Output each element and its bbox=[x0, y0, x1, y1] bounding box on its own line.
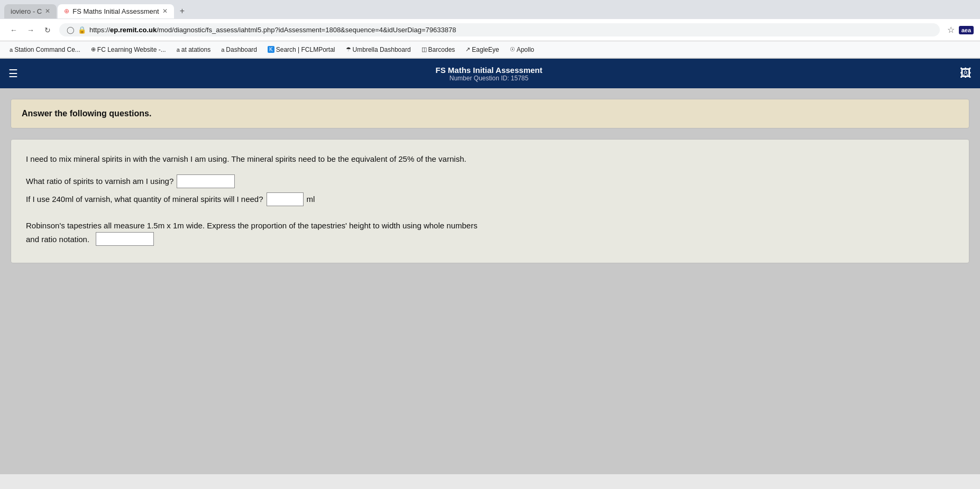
tab-inactive-close[interactable]: ✕ bbox=[45, 7, 50, 15]
back-button[interactable]: ← bbox=[6, 23, 21, 38]
umbrella-icon: ☂ bbox=[346, 46, 351, 53]
app-header-right: 🖼 bbox=[960, 67, 972, 80]
bookmark-apollo-label: Apollo bbox=[517, 46, 534, 53]
tapestry-ratio-input[interactable] bbox=[96, 232, 154, 246]
browser-chrome: ioviero - C ✕ ⊕ FS Maths Initial Assessm… bbox=[0, 0, 980, 59]
address-bar: ← → ↻ ◯ 🔒 https://ep.remit.co.uk/mod/dia… bbox=[0, 19, 980, 41]
nav-buttons: ← → ↻ bbox=[6, 23, 55, 38]
app-subtitle: Number Question ID: 15785 bbox=[435, 75, 542, 82]
app-title: FS Maths Initial Assessment bbox=[435, 66, 542, 75]
instruction-text: Answer the following questions. bbox=[22, 109, 151, 118]
tab-bar: ioviero - C ✕ ⊕ FS Maths Initial Assessm… bbox=[0, 0, 980, 19]
bookmark-at-atations-label: at atations bbox=[181, 46, 210, 53]
bookmark-barcodes[interactable]: ◫ Barcodes bbox=[417, 45, 460, 54]
quantity-answer-input[interactable] bbox=[267, 192, 304, 206]
bookmark-search-fclm[interactable]: K Search | FCLMPortal bbox=[263, 45, 340, 54]
bookmark-station-command-label: Station Command Ce... bbox=[14, 46, 80, 53]
main-content: Answer the following questions. I need t… bbox=[0, 88, 980, 474]
tab-active[interactable]: ⊕ FS Maths Initial Assessment ✕ bbox=[58, 4, 173, 19]
hamburger-menu[interactable]: ☰ bbox=[8, 67, 18, 80]
at-atations-icon: a bbox=[177, 47, 180, 53]
bookmark-umbrella-dashboard[interactable]: ☂ Umbrella Dashboard bbox=[342, 45, 415, 54]
bookmark-eagleeye-label: EagleEye bbox=[472, 46, 499, 53]
url-bar[interactable]: ◯ 🔒 https://ep.remit.co.uk/mod/diagnosti… bbox=[59, 23, 940, 36]
search-fclm-icon: K bbox=[268, 46, 274, 53]
bookmark-star[interactable]: ☆ bbox=[947, 25, 955, 35]
bookmark-search-fclm-label: Search | FCLMPortal bbox=[276, 46, 335, 53]
fc-learning-icon: ⊕ bbox=[91, 46, 96, 53]
eagleeye-icon: ↗ bbox=[465, 46, 470, 53]
question2-paragraph-suffix: and ratio notation. bbox=[26, 235, 89, 244]
dashboard-icon: a bbox=[221, 47, 224, 53]
bookmark-dashboard[interactable]: a Dashboard bbox=[217, 45, 261, 54]
app-header-center: FS Maths Initial Assessment Number Quest… bbox=[435, 66, 542, 82]
barcodes-icon: ◫ bbox=[422, 46, 427, 53]
question2-text: Robinson's tapestries all measure 1.5m x… bbox=[26, 219, 954, 233]
refresh-button[interactable]: ↻ bbox=[40, 23, 55, 38]
bookmark-apollo[interactable]: ☉ Apollo bbox=[506, 45, 538, 54]
url-text: https://ep.remit.co.uk/mod/diagnostic/fs… bbox=[89, 26, 456, 34]
tab-active-label: FS Maths Initial Assessment bbox=[72, 7, 159, 15]
instruction-box: Answer the following questions. bbox=[11, 99, 969, 128]
station-command-icon: a bbox=[10, 47, 13, 53]
unit-label: ml bbox=[307, 195, 315, 204]
app-header-left: ☰ bbox=[8, 67, 18, 80]
question2-paragraph-prefix: Robinson's tapestries all measure 1.5m x… bbox=[26, 221, 478, 230]
bookmark-fc-learning[interactable]: ⊕ FC Learning Website -... bbox=[87, 45, 170, 54]
bookmark-umbrella-label: Umbrella Dashboard bbox=[353, 46, 411, 53]
bookmark-barcodes-label: Barcodes bbox=[428, 46, 455, 53]
apollo-icon: ☉ bbox=[510, 46, 515, 53]
question1-line1-prefix: What ratio of spirits to varnish am I us… bbox=[26, 177, 173, 186]
bookmark-station-command[interactable]: a Station Command Ce... bbox=[5, 45, 85, 54]
question1-text: I need to mix mineral spirits in with th… bbox=[26, 154, 466, 163]
question1-line2-prefix: If I use 240ml of varnish, what quantity… bbox=[26, 195, 263, 204]
bookmarks-bar: a Station Command Ce... ⊕ FC Learning We… bbox=[0, 41, 980, 58]
bookmark-at-atations[interactable]: a at atations bbox=[172, 45, 215, 54]
monitor-icon: 🖼 bbox=[960, 67, 972, 80]
url-domain: ep.remit.co.uk bbox=[110, 26, 157, 34]
app-header: ☰ FS Maths Initial Assessment Number Que… bbox=[0, 59, 980, 88]
ratio-answer-input[interactable] bbox=[177, 174, 235, 188]
question1-paragraph: I need to mix mineral spirits in with th… bbox=[26, 152, 954, 166]
tab-inactive[interactable]: ioviero - C ✕ bbox=[4, 4, 57, 19]
question1-line1: What ratio of spirits to varnish am I us… bbox=[26, 174, 954, 188]
bookmark-fc-learning-label: FC Learning Website -... bbox=[97, 46, 166, 53]
tab-add-button[interactable]: + bbox=[176, 5, 189, 17]
question2-section: Robinson's tapestries all measure 1.5m x… bbox=[26, 219, 954, 246]
bookmark-dashboard-label: Dashboard bbox=[226, 46, 257, 53]
question1-line2: If I use 240ml of varnish, what quantity… bbox=[26, 192, 954, 206]
bookmark-eagleeye[interactable]: ↗ EagleEye bbox=[461, 45, 503, 54]
tab-inactive-label: ioviero - C bbox=[11, 7, 42, 15]
forward-button[interactable]: → bbox=[23, 23, 38, 38]
tab-active-close[interactable]: ✕ bbox=[162, 7, 168, 15]
aea-badge: aea bbox=[959, 26, 974, 34]
question2-line2: and ratio notation. bbox=[26, 232, 954, 246]
url-path: /mod/diagnostic/fs_assess/iahtml5.php?id… bbox=[157, 26, 456, 34]
question-box: I need to mix mineral spirits in with th… bbox=[11, 139, 969, 263]
